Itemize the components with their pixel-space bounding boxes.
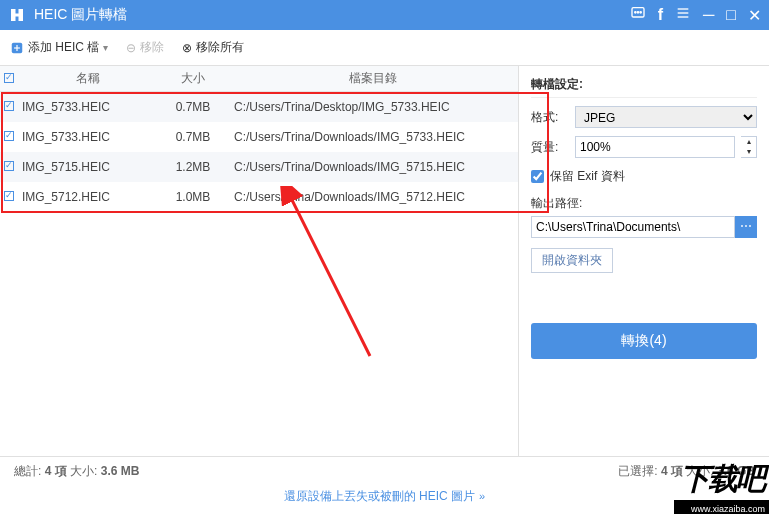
quality-label: 質量:	[531, 139, 569, 156]
clear-icon: ⊗	[182, 41, 192, 55]
remove-all-button[interactable]: ⊗ 移除所有	[182, 39, 244, 56]
file-path: C:/Users/Trina/Desktop/IMG_5733.HEIC	[228, 100, 518, 114]
browse-button[interactable]: ⋯	[735, 216, 757, 238]
remove-label: 移除	[140, 39, 164, 56]
watermark-url: www.xiazaiba.com	[691, 504, 765, 514]
row-checkbox[interactable]	[4, 101, 14, 111]
svg-rect-2	[11, 14, 23, 17]
svg-point-6	[640, 12, 641, 13]
minus-icon: ⊖	[126, 41, 136, 55]
remove-all-label: 移除所有	[196, 39, 244, 56]
table-row[interactable]: IMG_5715.HEIC 1.2MB C:/Users/Trina/Downl…	[0, 152, 518, 182]
quality-input[interactable]	[575, 136, 735, 158]
facebook-icon[interactable]: f	[658, 6, 663, 24]
minimize-button[interactable]: ─	[703, 6, 714, 24]
check-all[interactable]	[0, 72, 18, 86]
keep-exif-checkbox[interactable]	[531, 170, 544, 183]
output-path-input[interactable]	[531, 216, 735, 238]
svg-point-5	[637, 12, 638, 13]
table-row[interactable]: IMG_5733.HEIC 0.7MB C:/Users/Trina/Downl…	[0, 122, 518, 152]
format-label: 格式:	[531, 109, 569, 126]
annotation-arrow	[270, 186, 390, 366]
settings-title: 轉檔設定:	[531, 76, 757, 98]
file-name: IMG_5712.HEIC	[18, 190, 158, 204]
output-path-label: 輸出路徑:	[531, 195, 757, 212]
quality-spinner[interactable]: ▴▾	[741, 136, 757, 158]
table-body: IMG_5733.HEIC 0.7MB C:/Users/Trina/Deskt…	[0, 92, 518, 212]
feedback-icon[interactable]	[630, 5, 646, 25]
chevron-down-icon: ▾	[103, 42, 108, 53]
close-button[interactable]: ✕	[748, 6, 761, 25]
header-name[interactable]: 名稱	[18, 70, 158, 87]
table-row[interactable]: IMG_5733.HEIC 0.7MB C:/Users/Trina/Deskt…	[0, 92, 518, 122]
row-checkbox[interactable]	[4, 131, 14, 141]
file-list-panel: 名稱 大小 檔案目錄 IMG_5733.HEIC 0.7MB C:/Users/…	[0, 66, 519, 456]
add-file-button[interactable]: 添加 HEIC 檔 ▾	[10, 39, 108, 56]
add-file-label: 添加 HEIC 檔	[28, 39, 99, 56]
main-area: 名稱 大小 檔案目錄 IMG_5733.HEIC 0.7MB C:/Users/…	[0, 66, 769, 456]
file-size: 1.2MB	[158, 160, 228, 174]
app-title: HEIC 圖片轉檔	[34, 6, 630, 24]
file-size: 1.0MB	[158, 190, 228, 204]
remove-button[interactable]: ⊖ 移除	[126, 39, 164, 56]
watermark-text: 下载吧	[680, 459, 764, 500]
settings-panel: 轉檔設定: 格式: JPEG 質量: ▴▾ 保留 Exif 資料 輸出路徑: ⋯…	[519, 66, 769, 456]
row-checkbox[interactable]	[4, 191, 14, 201]
svg-point-4	[634, 12, 635, 13]
file-size: 0.7MB	[158, 130, 228, 144]
convert-button[interactable]: 轉換(4)	[531, 323, 757, 359]
titlebar: HEIC 圖片轉檔 f ─ □ ✕	[0, 0, 769, 30]
menu-icon[interactable]	[675, 5, 691, 25]
svg-line-13	[290, 196, 370, 356]
app-logo-icon	[8, 6, 26, 24]
toolbar: 添加 HEIC 檔 ▾ ⊖ 移除 ⊗ 移除所有	[0, 30, 769, 66]
file-path: C:/Users/Trina/Downloads/IMG_5733.HEIC	[228, 130, 518, 144]
open-folder-button[interactable]: 開啟資料夾	[531, 248, 613, 273]
plus-icon	[10, 41, 24, 55]
file-size: 0.7MB	[158, 100, 228, 114]
file-name: IMG_5733.HEIC	[18, 130, 158, 144]
header-size[interactable]: 大小	[158, 70, 228, 87]
row-checkbox[interactable]	[4, 161, 14, 171]
format-select[interactable]: JPEG	[575, 106, 757, 128]
file-name: IMG_5715.HEIC	[18, 160, 158, 174]
keep-exif-label: 保留 Exif 資料	[550, 168, 625, 185]
table-row[interactable]: IMG_5712.HEIC 1.0MB C:/Users/Trina/Downl…	[0, 182, 518, 212]
file-path: C:/Users/Trina/Downloads/IMG_5715.HEIC	[228, 160, 518, 174]
header-path[interactable]: 檔案目錄	[228, 70, 518, 87]
watermark: 下载吧 www.xiazaiba.com	[649, 444, 769, 514]
file-name: IMG_5733.HEIC	[18, 100, 158, 114]
maximize-button[interactable]: □	[726, 6, 736, 24]
file-path: C:/Users/Trina/Downloads/IMG_5712.HEIC	[228, 190, 518, 204]
chevron-right-icon: »	[479, 490, 485, 502]
table-header: 名稱 大小 檔案目錄	[0, 66, 518, 92]
total-stats: 總計: 4 項 大小: 3.6 MB	[14, 463, 139, 480]
